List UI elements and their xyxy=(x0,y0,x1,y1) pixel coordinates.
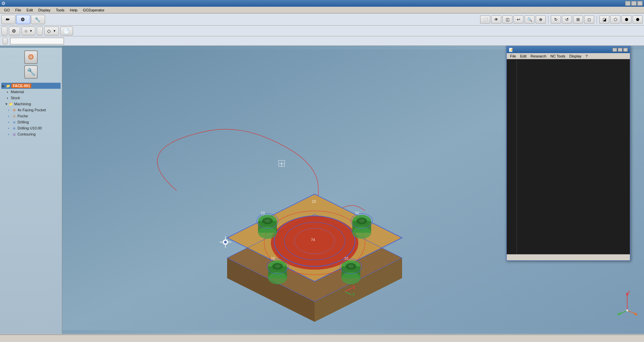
axis-indicator: Z X Y xyxy=(617,290,637,317)
tree-label-machining: Machining xyxy=(14,102,31,106)
svg-text:74: 74 xyxy=(311,238,315,242)
tree-label-poche: Poche xyxy=(17,114,28,118)
editor-close-btn[interactable]: × xyxy=(623,48,628,52)
tree-item-stock[interactable]: ▪ Stock xyxy=(1,95,61,101)
toolbar-sep-2 xyxy=(597,15,597,24)
facing-pocket-icon: ⚙ xyxy=(11,107,17,113)
editor-minimize-btn[interactable]: _ xyxy=(612,48,617,52)
view-btn-3[interactable]: ◫ xyxy=(502,15,512,24)
view-btn-4[interactable]: ↩ xyxy=(513,15,524,24)
svg-text:10: 10 xyxy=(344,256,348,260)
milling-button[interactable]: ⚙ xyxy=(16,15,30,24)
title-bar: ⚙ _ □ × xyxy=(0,0,644,7)
tree-label-contouring: Contouring xyxy=(17,132,36,136)
editor-menu-nctools[interactable]: NC Tools xyxy=(548,54,567,59)
function-input[interactable] xyxy=(10,38,64,44)
svg-point-33 xyxy=(348,265,354,268)
folder-icon-1: 📁 xyxy=(5,83,11,88)
design-button[interactable]: ✏ xyxy=(1,15,15,24)
tree-item-material[interactable]: ▪ Material xyxy=(1,89,61,95)
toolbar-second: ⚙ ○ ▼ ◇ ▼ 📄 xyxy=(0,26,644,36)
menu-go2operator[interactable]: GO2operator xyxy=(80,7,107,13)
tree-expand-3: ▪ xyxy=(8,108,11,112)
maximize-button[interactable]: □ xyxy=(631,1,637,6)
editor-menu-research[interactable]: Research xyxy=(529,54,548,59)
svg-text:Z: Z xyxy=(628,291,630,294)
menu-bar: GO File Edit Display Tools Help GO2opera… xyxy=(0,7,644,13)
editor-menu-edit[interactable]: Edit xyxy=(518,54,529,59)
view-btn-7[interactable]: ↻ xyxy=(551,15,561,24)
view-btn-1[interactable]: ⬜ xyxy=(480,15,490,24)
tree-item-face001[interactable]: ▶ 📁 FACE-001 xyxy=(1,83,61,89)
left-panel: ⚙ 🔧 ▶ 📁 FACE-001 ▪ Material ▪ Stock ▼ xyxy=(0,46,62,334)
svg-text:Y: Y xyxy=(617,313,619,316)
toolbar-top: ✏ ⚙ 🔧 ⬜ 👁 ◫ ↩ 🔍 ⊕ ↻ ↺ ⊞ ◻ ◪ ⬡ ⬢ ⬣ xyxy=(0,13,644,26)
ncfile-button[interactable]: 📄 xyxy=(60,27,73,35)
tree-item-poche[interactable]: ▪ ⊙ Poche xyxy=(1,113,61,119)
view-btn-6[interactable]: ⊕ xyxy=(536,15,546,24)
view-btn-13[interactable]: ⬢ xyxy=(621,15,632,24)
tree-item-contouring[interactable]: ▪ ◎ Contouring xyxy=(1,131,61,137)
editor-maximize-btn[interactable]: □ xyxy=(618,48,622,52)
hole-button[interactable]: ○ ▼ xyxy=(22,27,35,35)
editor-status xyxy=(507,254,630,260)
svg-text:X: X xyxy=(635,313,637,316)
menu-help[interactable]: Help xyxy=(67,7,80,13)
svg-point-23 xyxy=(359,219,364,223)
editor-menu-file[interactable]: File xyxy=(508,54,518,59)
milling-icon: ⚙ xyxy=(19,16,26,23)
menu-display[interactable]: Display xyxy=(36,7,53,13)
tree-item-facing-pocket[interactable]: ▪ ⚙ 4x Facing Pocket xyxy=(1,107,61,113)
tree-item-drilling-u10[interactable]: ▪ ⊕ Drilling U10.00 xyxy=(1,125,61,131)
editor-menu-display[interactable]: Display xyxy=(567,54,583,59)
tree-item-machining[interactable]: ▼ 📁 Machining xyxy=(1,101,61,107)
tree-label-material: Material xyxy=(11,90,24,94)
left-panel-buttons: ⚙ 🔧 xyxy=(0,48,62,81)
svg-point-28 xyxy=(275,265,280,268)
tree-item-drilling[interactable]: ▪ ⊕ Drilling xyxy=(1,119,61,125)
view-btn-8[interactable]: ↺ xyxy=(562,15,572,24)
editor-menu: File Edit Research NC Tools Display ? xyxy=(507,53,630,59)
svg-point-50 xyxy=(224,241,227,243)
tree-label-drilling: Drilling xyxy=(17,120,29,124)
view-btn-2[interactable]: 👁 xyxy=(491,15,501,24)
editor-title-buttons: _ □ × xyxy=(612,48,628,52)
view-btn-5[interactable]: 🔍 xyxy=(525,15,535,24)
view-btn-11[interactable]: ◪ xyxy=(599,15,609,24)
menu-go[interactable]: GO xyxy=(1,7,12,13)
editor-content[interactable] xyxy=(507,59,630,254)
menu-edit[interactable]: Edit xyxy=(24,7,36,13)
menu-file[interactable]: File xyxy=(12,7,24,13)
panel-action-btn-1[interactable]: ⚙ xyxy=(24,50,38,64)
view-btn-12[interactable]: ⬡ xyxy=(610,15,620,24)
menu-tools[interactable]: Tools xyxy=(53,7,67,13)
material-icon: ▪ xyxy=(5,89,10,94)
machine-button[interactable]: 🔧 xyxy=(31,15,45,24)
drilling-u10-icon: ⊕ xyxy=(11,125,17,131)
minimize-button[interactable]: _ xyxy=(625,1,631,6)
close-button[interactable]: × xyxy=(637,1,643,6)
svg-text:10: 10 xyxy=(355,211,359,215)
tree-expand-4: ▪ xyxy=(8,114,11,118)
view-btn-10[interactable]: ◻ xyxy=(584,15,594,24)
svg-point-18 xyxy=(265,219,270,223)
panel-action-btn-2[interactable]: 🔧 xyxy=(24,65,38,79)
svg-text:10: 10 xyxy=(271,256,275,260)
tree-area: ▶ 📁 FACE-001 ▪ Material ▪ Stock ▼ 📁 Mach… xyxy=(0,81,62,334)
code-content xyxy=(519,60,628,254)
viewport[interactable]: 10 10 10 10 X Y 10 xyxy=(62,46,644,334)
editor-window: 📝 _ □ × File Edit Research NC Tools Disp… xyxy=(506,46,631,261)
view-btn-14[interactable]: ⬣ xyxy=(633,15,643,24)
machining-icon: 📁 xyxy=(8,101,13,107)
standard-button[interactable] xyxy=(1,27,7,35)
editor-menu-help[interactable]: ? xyxy=(583,54,589,59)
tree-expand-1: ▶ xyxy=(2,84,5,88)
function-label xyxy=(3,38,7,44)
svg-text:X: X xyxy=(352,285,355,290)
view-btn-9[interactable]: ⊞ xyxy=(573,15,583,24)
specific-button[interactable] xyxy=(37,27,43,35)
tree-expand-6: ▪ xyxy=(8,126,11,130)
shape-button[interactable]: ◇ ▼ xyxy=(44,27,59,35)
line-numbers xyxy=(509,60,517,254)
manual-button[interactable]: ⚙ xyxy=(9,27,20,35)
